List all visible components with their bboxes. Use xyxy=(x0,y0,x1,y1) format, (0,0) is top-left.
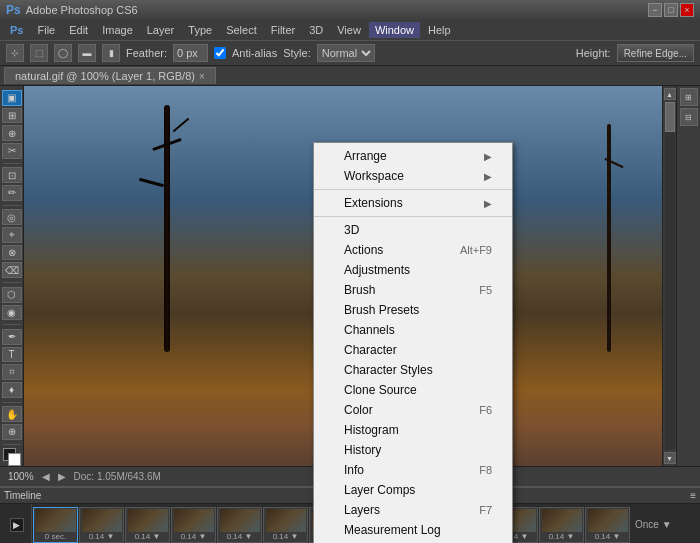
brush-tool[interactable]: ⌖ xyxy=(2,227,22,243)
foreground-color[interactable] xyxy=(3,448,21,462)
timeline-title: Timeline xyxy=(4,490,41,501)
menu-filter[interactable]: Filter xyxy=(265,22,301,38)
frame-thumb-1 xyxy=(36,509,76,532)
frame-item-3[interactable]: 0.14 ▼ xyxy=(125,507,170,543)
workspace-arrow: ▶ xyxy=(484,171,492,182)
menu-clone-source[interactable]: Clone Source xyxy=(314,380,512,400)
eraser-tool[interactable]: ⌫ xyxy=(2,262,22,278)
doc-tab-bar: natural.gif @ 100% (Layer 1, RGB/8) × xyxy=(0,66,700,86)
tool-separator xyxy=(3,163,21,164)
window-dropdown-menu[interactable]: Arrange ▶ Workspace ▶ Extensions ▶ 3D xyxy=(313,142,513,543)
dodge-tool[interactable]: ◉ xyxy=(2,305,22,321)
timeline-play-btn[interactable]: ▶ xyxy=(10,518,24,532)
path-tool[interactable]: ⌗ xyxy=(2,364,22,380)
quick-select-tool[interactable]: ✂ xyxy=(2,143,22,159)
lasso-tool[interactable]: ⊕ xyxy=(2,125,22,141)
menu-brush-presets[interactable]: Brush Presets xyxy=(314,300,512,320)
status-nav-right[interactable]: ▶ xyxy=(58,471,66,482)
hand-tool[interactable]: ✋ xyxy=(2,406,22,422)
frame-time-4: 0.14 ▼ xyxy=(181,532,207,541)
frame-item-12[interactable]: 0.14 ▼ xyxy=(539,507,584,543)
frame-thumb-12 xyxy=(542,509,582,532)
frame-item-13[interactable]: 0.14 ▼ xyxy=(585,507,630,543)
gradient-tool[interactable]: ⬡ xyxy=(2,287,22,303)
menu-image[interactable]: Image xyxy=(96,22,139,38)
menu-help[interactable]: Help xyxy=(422,22,457,38)
menu-3d[interactable]: 3D xyxy=(314,220,512,240)
status-nav-left[interactable]: ◀ xyxy=(42,471,50,482)
marquee-rect-icon[interactable]: ⬚ xyxy=(30,44,48,62)
menu-color[interactable]: Color F6 xyxy=(314,400,512,420)
close-button[interactable]: × xyxy=(680,3,694,17)
menu-adjustments[interactable]: Adjustments xyxy=(314,260,512,280)
timeline-menu-icon[interactable]: ≡ xyxy=(690,490,696,501)
marquee-tool[interactable]: ⊞ xyxy=(2,108,22,124)
anti-alias-checkbox[interactable] xyxy=(214,47,226,59)
frame-item-6[interactable]: 0.14 ▼ xyxy=(263,507,308,543)
menu-type[interactable]: Type xyxy=(182,22,218,38)
menu-history[interactable]: History xyxy=(314,440,512,460)
scroll-down-button[interactable]: ▼ xyxy=(664,452,676,464)
menu-bar[interactable]: Ps File Edit Image Layer Type Select Fil… xyxy=(0,20,700,40)
menu-layer[interactable]: Layer xyxy=(141,22,181,38)
right-scrollbar[interactable]: ▲ ▼ xyxy=(662,86,676,466)
style-select[interactable]: Normal xyxy=(317,44,375,62)
marquee-row-icon[interactable]: ▬ xyxy=(78,44,96,62)
doc-tab-name: natural.gif @ 100% (Layer 1, RGB/8) xyxy=(15,70,195,82)
marquee-col-icon[interactable]: ▮ xyxy=(102,44,120,62)
doc-tab-item[interactable]: natural.gif @ 100% (Layer 1, RGB/8) × xyxy=(4,67,216,84)
title-bar-controls[interactable]: − □ × xyxy=(648,3,694,17)
marquee-ellipse-icon[interactable]: ◯ xyxy=(54,44,72,62)
menu-view[interactable]: View xyxy=(331,22,367,38)
menu-ps[interactable]: Ps xyxy=(4,22,29,38)
menu-3d[interactable]: 3D xyxy=(303,22,329,38)
menu-edit[interactable]: Edit xyxy=(63,22,94,38)
clone-tool[interactable]: ⊗ xyxy=(2,245,22,261)
menu-layers[interactable]: Layers F7 xyxy=(314,500,512,520)
arrange-arrow: ▶ xyxy=(484,151,492,162)
menu-section-extensions: Extensions ▶ xyxy=(314,190,512,217)
menu-arrange[interactable]: Arrange ▶ xyxy=(314,146,512,166)
menu-measurement-log[interactable]: Measurement Log xyxy=(314,520,512,540)
minimize-button[interactable]: − xyxy=(648,3,662,17)
scroll-track[interactable] xyxy=(665,102,675,450)
crop-tool[interactable]: ⊡ xyxy=(2,167,22,183)
menu-actions[interactable]: Actions Alt+F9 xyxy=(314,240,512,260)
frame-item-4[interactable]: 0.14 ▼ xyxy=(171,507,216,543)
move-tool[interactable]: ▣ xyxy=(2,90,22,106)
menu-character[interactable]: Character xyxy=(314,340,512,360)
menu-histogram[interactable]: Histogram xyxy=(314,420,512,440)
menu-character-styles[interactable]: Character Styles xyxy=(314,360,512,380)
menu-channels[interactable]: Channels xyxy=(314,320,512,340)
frame-item-5[interactable]: 0.14 ▼ xyxy=(217,507,262,543)
menu-layer-comps[interactable]: Layer Comps xyxy=(314,480,512,500)
scroll-thumb[interactable] xyxy=(665,102,675,132)
menu-select[interactable]: Select xyxy=(220,22,263,38)
refine-edge-button[interactable]: Refine Edge... xyxy=(617,44,694,62)
menu-brush[interactable]: Brush F5 xyxy=(314,280,512,300)
frame-thumb-5 xyxy=(220,509,260,532)
menu-window[interactable]: Window xyxy=(369,22,420,38)
frame-item-2[interactable]: 0.14 ▼ xyxy=(79,507,124,543)
pen-tool[interactable]: ✒ xyxy=(2,329,22,345)
spot-heal-tool[interactable]: ◎ xyxy=(2,209,22,225)
zoom-level: 100% xyxy=(8,471,34,482)
menu-workspace[interactable]: Workspace ▶ xyxy=(314,166,512,186)
frame-item-1[interactable]: 0 sec. xyxy=(33,507,78,543)
tool-separator-3 xyxy=(3,282,21,283)
type-tool[interactable]: T xyxy=(2,347,22,363)
menu-extensions[interactable]: Extensions ▶ xyxy=(314,193,512,213)
eyedropper-tool[interactable]: ✏ xyxy=(2,185,22,201)
title-bar-left: Ps Adobe Photoshop CS6 xyxy=(6,3,138,17)
menu-file[interactable]: File xyxy=(31,22,61,38)
timeline-loop-label[interactable]: Once ▼ xyxy=(631,519,676,530)
scroll-up-button[interactable]: ▲ xyxy=(664,88,676,100)
shape-tool[interactable]: ♦ xyxy=(2,382,22,398)
zoom-tool[interactable]: ⊕ xyxy=(2,424,22,440)
feather-input[interactable] xyxy=(173,44,208,62)
doc-tab-close[interactable]: × xyxy=(199,71,205,82)
extra-icon-2[interactable]: ⊟ xyxy=(680,108,698,126)
menu-info[interactable]: Info F8 xyxy=(314,460,512,480)
maximize-button[interactable]: □ xyxy=(664,3,678,17)
extra-icon-1[interactable]: ⊞ xyxy=(680,88,698,106)
